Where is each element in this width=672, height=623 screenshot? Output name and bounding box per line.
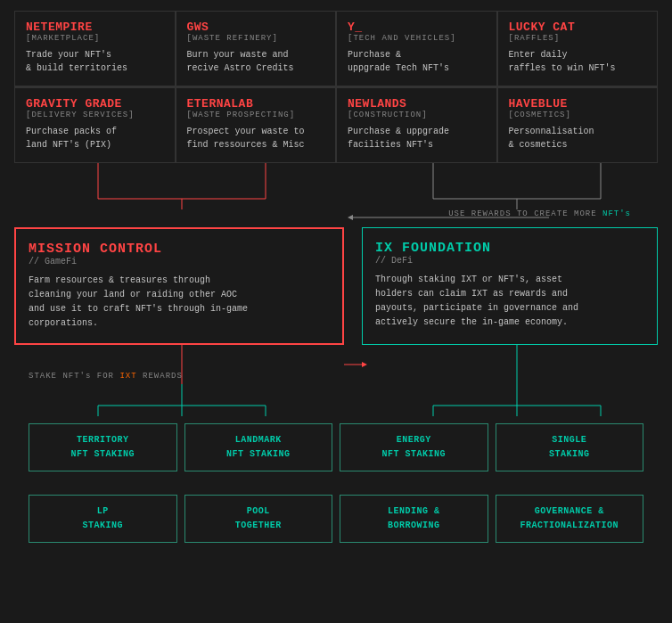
mission-control-subtitle: // GameFi bbox=[29, 257, 330, 266]
mission-control-box: MISSION CONTROL // GameFi Farm resources… bbox=[14, 227, 344, 345]
svg-marker-9 bbox=[348, 215, 353, 220]
company-name: HAVEBLUE bbox=[509, 97, 647, 111]
ix-foundation-desc: Through staking IXT or NFT's, asset hold… bbox=[375, 273, 644, 330]
company-desc: Purchase packs ofland NFT's (PIX) bbox=[26, 125, 164, 152]
mid-companies-row: GRAVITY GRADE [DELIVERY SERVICES] Purcha… bbox=[14, 86, 658, 163]
landmark-nft-staking: LANDMARKNFT STAKING bbox=[184, 423, 333, 471]
company-name: NETEMPIRE bbox=[26, 20, 164, 34]
company-lucky-cat: LUCKY CAT [RAFFLES] Enter dailyraffles t… bbox=[497, 11, 659, 86]
company-gravity-grade: GRAVITY GRADE [DELIVERY SERVICES] Purcha… bbox=[14, 87, 176, 163]
energy-nft-staking: ENERGYNFT STAKING bbox=[340, 423, 488, 471]
company-type: [DELIVERY SERVICES] bbox=[26, 111, 164, 119]
single-staking: SINGLESTAKING bbox=[496, 423, 644, 471]
company-newlands: NEWLANDS [CONSTRUCTION] Purchase & uppgr… bbox=[336, 87, 497, 163]
company-name: GRAVITY GRADE bbox=[26, 97, 164, 111]
company-name: NEWLANDS bbox=[348, 97, 486, 111]
pool-together: POOLTOGETHER bbox=[184, 495, 333, 543]
staking-row-2: LPSTAKING POOLTOGETHER LENDING &BORROWIN… bbox=[29, 495, 643, 543]
company-name: LUCKY CAT bbox=[509, 20, 647, 34]
company-type: [WASTE PROSPECTING] bbox=[187, 111, 325, 119]
company-y: Y_ [TECH AND VEHICLES] Purchase &uppgrad… bbox=[336, 11, 497, 86]
company-desc: Purchase & uppgradefacilities NFT's bbox=[348, 125, 486, 152]
company-haveblue: HAVEBLUE [COSMETICS] Personnalisation& c… bbox=[497, 87, 659, 163]
top-companies-row: NETEMPIRE [MARKETPLACE] Trade your NFT's… bbox=[14, 11, 658, 86]
middle-section: MISSION CONTROL // GameFi Farm resources… bbox=[14, 227, 658, 345]
company-desc: Enter dailyraffles to win NFT's bbox=[509, 48, 647, 75]
bottom-connector-svg bbox=[14, 384, 672, 416]
company-gws: GWS [WASTE REFINERY] Burn your waste and… bbox=[176, 11, 337, 86]
governance-fractionalization: GOVERNANCE &FRACTIONALIZATION bbox=[496, 495, 644, 543]
company-eternalab: ETERNALAB [WASTE PROSPECTING] Prospect y… bbox=[176, 87, 337, 163]
mission-control-title: MISSION CONTROL bbox=[29, 242, 330, 257]
rewards-label-area: USE REWARDS TO CREATE MORE NFT's bbox=[14, 209, 658, 225]
company-type: [COSMETICS] bbox=[509, 111, 647, 119]
lending-borrowing: LENDING &BORROWING bbox=[340, 495, 488, 543]
connector-lines-svg bbox=[14, 163, 672, 209]
rewards-arrow-svg bbox=[14, 209, 672, 225]
company-type: [CONSTRUCTION] bbox=[348, 111, 486, 119]
company-type: [MARKETPLACE] bbox=[26, 34, 164, 43]
mission-control-desc: Farm resources & treasures through clean… bbox=[29, 274, 330, 331]
company-type: [RAFFLES] bbox=[509, 34, 647, 43]
main-container: NETEMPIRE [MARKETPLACE] Trade your NFT's… bbox=[0, 0, 672, 561]
ix-foundation-title: IX FOUNDATION bbox=[375, 241, 644, 256]
stake-connector-area: STAKE NFT's FOR IXT REWARDS bbox=[14, 345, 658, 384]
staking-row-1: TERRITORYNFT STAKING LANDMARKNFT STAKING… bbox=[29, 423, 643, 471]
company-name: Y_ bbox=[348, 20, 486, 34]
bottom-connector-area bbox=[14, 384, 658, 416]
company-desc: Trade your NFT's& build territories bbox=[26, 48, 164, 75]
company-type: [WASTE REFINERY] bbox=[187, 34, 325, 43]
company-name: ETERNALAB bbox=[187, 97, 325, 111]
company-desc: Prospect your waste tofind ressources & … bbox=[187, 125, 325, 152]
connector-top bbox=[14, 163, 658, 209]
company-desc: Purchase &uppgrade Tech NFT's bbox=[348, 48, 486, 75]
lp-staking: LPSTAKING bbox=[29, 495, 177, 543]
company-desc: Burn your waste andrecive Astro Credits bbox=[187, 48, 325, 75]
svg-marker-11 bbox=[362, 362, 367, 367]
company-desc: Personnalisation& cosmetics bbox=[509, 125, 647, 152]
staking-gap bbox=[14, 479, 658, 488]
company-netempire: NETEMPIRE [MARKETPLACE] Trade your NFT's… bbox=[14, 11, 176, 86]
stake-nfts-label: STAKE NFT's FOR IXT REWARDS bbox=[29, 372, 183, 381]
company-name: GWS bbox=[187, 20, 325, 34]
territory-nft-staking: TERRITORYNFT STAKING bbox=[29, 423, 177, 471]
ix-foundation-box: IX FOUNDATION // DeFi Through staking IX… bbox=[362, 227, 658, 345]
ix-foundation-subtitle: // DeFi bbox=[375, 256, 644, 266]
company-type: [TECH AND VEHICLES] bbox=[348, 34, 486, 43]
